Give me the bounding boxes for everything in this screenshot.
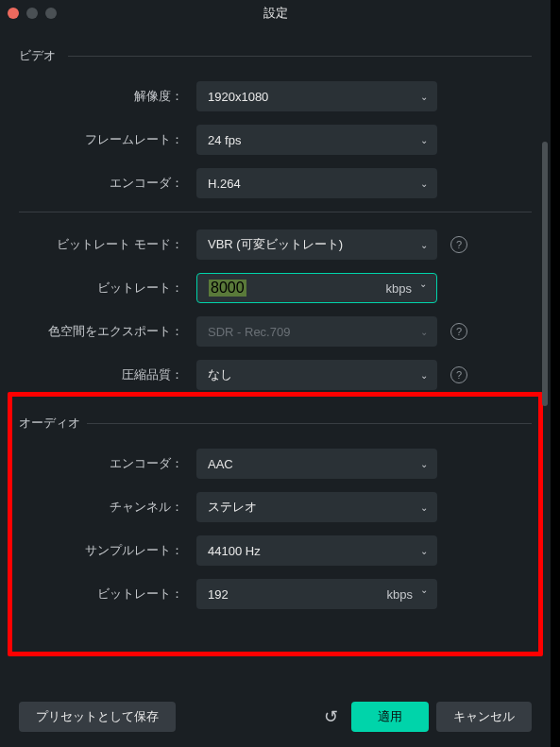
- colorspace-value: SDR - Rec.709: [208, 325, 290, 339]
- audio-encoder-value: AAC: [208, 457, 233, 471]
- audio-bitrate-value: 192: [208, 587, 387, 602]
- samplerate-select[interactable]: 44100 Hz ⌄: [196, 535, 437, 566]
- audio-encoder-label: エンコーダ：: [19, 455, 196, 472]
- bitrate-mode-row: ビットレート モード： VBR (可変ビットレート) ⌄ ?: [19, 229, 532, 260]
- audio-encoder-row: エンコーダ： AAC ⌄: [19, 449, 532, 479]
- bitrate-mode-label: ビットレート モード：: [19, 236, 196, 253]
- save-preset-button[interactable]: プリセットとして保存: [19, 702, 176, 732]
- chevron-down-icon: ⌄: [419, 278, 427, 288]
- chevron-down-icon: ⌄: [420, 327, 428, 337]
- chevron-down-icon: ⌄: [420, 584, 428, 594]
- scrollbar-thumb[interactable]: [542, 142, 548, 406]
- cancel-button[interactable]: キャンセル: [436, 702, 532, 732]
- bitrate-mode-value: VBR (可変ビットレート): [208, 236, 343, 253]
- video-encoder-select[interactable]: H.264 ⌄: [196, 168, 437, 198]
- apply-button[interactable]: 適用: [351, 702, 429, 732]
- chevron-down-icon: ⌄: [420, 92, 428, 102]
- chevron-down-icon: ⌄: [420, 546, 428, 556]
- audio-bitrate-row: ビットレート： 192 kbps ⌄: [19, 579, 532, 609]
- video-encoder-row: エンコーダ： H.264 ⌄: [19, 168, 532, 198]
- audio-section-header: オーディオ: [19, 415, 532, 432]
- chevron-down-icon: ⌄: [420, 178, 428, 189]
- video-bitrate-value: 8000: [209, 280, 246, 297]
- colorspace-row: 色空間をエクスポート： SDR - Rec.709 ⌄ ?: [19, 316, 532, 347]
- divider: [19, 212, 532, 212]
- channel-value: ステレオ: [208, 499, 257, 516]
- titlebar: 設定: [0, 0, 551, 26]
- samplerate-value: 44100 Hz: [208, 544, 261, 558]
- framerate-row: フレームレート： 24 fps ⌄: [19, 125, 532, 155]
- video-bitrate-unit: kbps: [386, 281, 412, 296]
- framerate-select[interactable]: 24 fps ⌄: [196, 125, 437, 155]
- bitrate-mode-select[interactable]: VBR (可変ビットレート) ⌄: [196, 229, 437, 260]
- compression-select[interactable]: なし ⌄: [196, 360, 437, 390]
- audio-bitrate-select[interactable]: 192 kbps ⌄: [196, 579, 437, 609]
- close-window-button[interactable]: [8, 8, 19, 19]
- compression-label: 圧縮品質：: [19, 366, 196, 383]
- compression-row: 圧縮品質： なし ⌄ ?: [19, 360, 532, 390]
- traffic-lights: [8, 8, 57, 19]
- video-section-header: ビデオ: [19, 47, 532, 64]
- resolution-row: 解像度： 1920x1080 ⌄: [19, 81, 532, 111]
- minimize-window-button[interactable]: [26, 8, 38, 19]
- chevron-down-icon: ⌄: [420, 240, 428, 250]
- content-area: ビデオ 解像度： 1920x1080 ⌄ フレームレート： 24 fps ⌄ エ…: [0, 26, 551, 609]
- framerate-value: 24 fps: [208, 133, 241, 147]
- channel-row: チャンネル： ステレオ ⌄: [19, 492, 532, 522]
- help-icon[interactable]: ?: [450, 323, 467, 340]
- video-bitrate-input[interactable]: 8000 kbps ⌄: [196, 273, 437, 303]
- resolution-label: 解像度：: [19, 88, 196, 105]
- channel-select[interactable]: ステレオ ⌄: [196, 492, 437, 522]
- scrollbar[interactable]: [542, 28, 548, 595]
- settings-window: 設定 ビデオ 解像度： 1920x1080 ⌄ フレームレート： 24 fps …: [0, 0, 551, 747]
- compression-value: なし: [208, 366, 232, 383]
- resolution-select[interactable]: 1920x1080 ⌄: [196, 81, 437, 111]
- channel-label: チャンネル：: [19, 499, 196, 516]
- resolution-value: 1920x1080: [208, 90, 268, 104]
- video-encoder-value: H.264: [208, 177, 241, 191]
- chevron-down-icon: ⌄: [420, 459, 428, 469]
- framerate-label: フレームレート：: [19, 131, 196, 148]
- help-icon[interactable]: ?: [450, 366, 467, 383]
- samplerate-row: サンプルレート： 44100 Hz ⌄: [19, 535, 532, 566]
- colorspace-label: 色空間をエクスポート：: [19, 323, 196, 340]
- maximize-window-button[interactable]: [45, 8, 57, 19]
- audio-bitrate-unit: kbps: [387, 587, 413, 602]
- reset-button[interactable]: ↺: [318, 702, 344, 732]
- chevron-down-icon: ⌄: [420, 135, 428, 145]
- audio-bitrate-label: ビットレート：: [19, 586, 196, 603]
- chevron-down-icon: ⌄: [420, 502, 428, 513]
- samplerate-label: サンプルレート：: [19, 542, 196, 559]
- footer: プリセットとして保存 ↺ 適用 キャンセル: [19, 702, 532, 732]
- reset-icon: ↺: [324, 706, 338, 727]
- chevron-down-icon: ⌄: [420, 370, 428, 381]
- window-title: 設定: [263, 5, 288, 22]
- audio-encoder-select[interactable]: AAC ⌄: [196, 449, 437, 479]
- help-icon[interactable]: ?: [450, 236, 467, 253]
- colorspace-select[interactable]: SDR - Rec.709 ⌄: [196, 316, 437, 347]
- video-bitrate-row: ビットレート： 8000 kbps ⌄: [19, 273, 532, 303]
- video-encoder-label: エンコーダ：: [19, 175, 196, 192]
- video-bitrate-label: ビットレート：: [19, 280, 196, 297]
